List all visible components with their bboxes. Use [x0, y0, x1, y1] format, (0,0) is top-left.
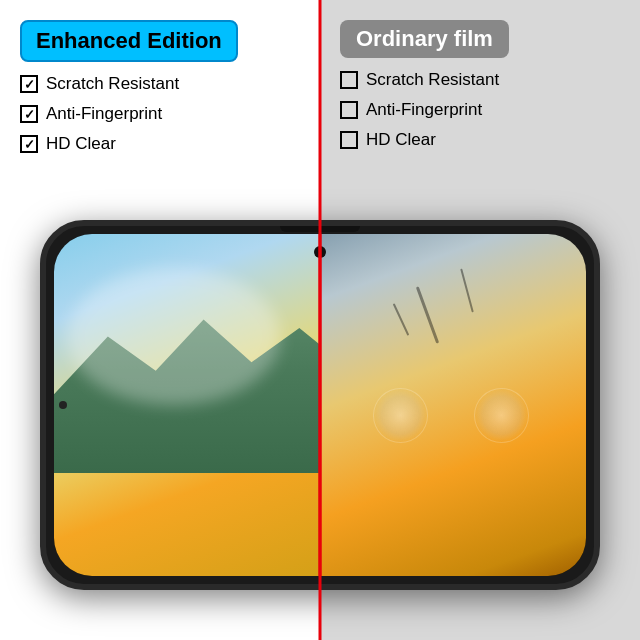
ordinary-badge: Ordinary film — [340, 20, 509, 58]
feature-label: Anti-Fingerprint — [46, 104, 162, 124]
screen-right — [320, 234, 586, 576]
feature-label: Anti-Fingerprint — [366, 100, 482, 120]
fingerprint-smudge — [373, 388, 428, 443]
list-item: Scratch Resistant — [20, 74, 179, 94]
empty-check-icon — [340, 71, 358, 89]
right-header: Ordinary film Scratch Resistant Anti-Fin… — [320, 0, 640, 230]
list-item: Anti-Fingerprint — [340, 100, 499, 120]
screen-left — [54, 234, 320, 576]
feature-label: Scratch Resistant — [366, 70, 499, 90]
list-item: HD Clear — [340, 130, 499, 150]
divider-line — [319, 0, 322, 640]
check-icon — [20, 135, 38, 153]
enhanced-badge: Enhanced Edition — [20, 20, 238, 62]
scratch-mark — [392, 304, 409, 337]
scratch-mark — [416, 287, 439, 344]
left-header: Enhanced Edition Scratch Resistant Anti-… — [0, 0, 320, 230]
right-feature-list: Scratch Resistant Anti-Fingerprint HD Cl… — [340, 70, 499, 160]
check-icon — [20, 75, 38, 93]
check-icon — [20, 105, 38, 123]
list-item: HD Clear — [20, 134, 179, 154]
list-item: Scratch Resistant — [340, 70, 499, 90]
empty-check-icon — [340, 101, 358, 119]
left-feature-list: Scratch Resistant Anti-Fingerprint HD Cl… — [20, 74, 179, 164]
selfie-camera-icon — [59, 401, 67, 409]
feature-label: HD Clear — [46, 134, 116, 154]
feature-label: HD Clear — [366, 130, 436, 150]
comparison-container: Enhanced Edition Scratch Resistant Anti-… — [0, 0, 640, 640]
empty-check-icon — [340, 131, 358, 149]
fingerprint-smudge — [474, 388, 529, 443]
list-item: Anti-Fingerprint — [20, 104, 179, 124]
scratch-mark — [461, 269, 475, 313]
feature-label: Scratch Resistant — [46, 74, 179, 94]
